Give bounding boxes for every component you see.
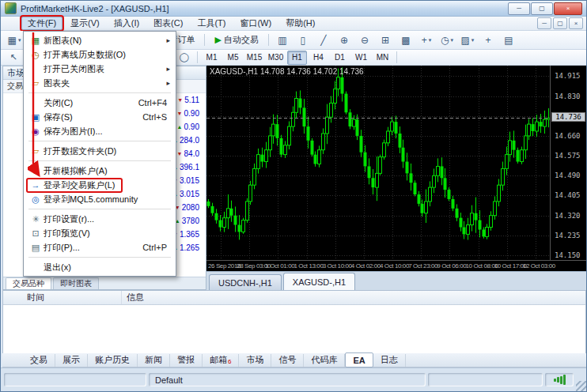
status-profile[interactable]: Default xyxy=(149,373,426,386)
current-price-badge: 14.736 xyxy=(551,112,585,122)
menu-tools[interactable]: 工具(T) xyxy=(191,17,232,30)
shapes-icon: ◯ xyxy=(180,52,189,62)
cursor-button[interactable]: ↖ xyxy=(5,50,22,65)
price-chart-canvas[interactable] xyxy=(206,66,550,260)
tile-windows-icon: ⊞ xyxy=(381,35,389,46)
file-menu: ▦新图表(N)▸◷打开离线历史数据(O)打开已关闭图表▸▱图表夹▸关闭(C)Ct… xyxy=(23,31,176,277)
new-chart-button[interactable]: ▦▾ xyxy=(5,32,24,49)
resize-grip[interactable] xyxy=(576,381,586,391)
file-menu-item-16[interactable]: ⊡打印预览(V) xyxy=(25,226,174,240)
file-menu-item-2[interactable]: 打开已关闭图表▸ xyxy=(25,62,174,76)
close-button[interactable]: × xyxy=(554,2,582,15)
chart-tab-0[interactable]: USDCNH-,H1 xyxy=(209,274,282,290)
file-menu-item-3[interactable]: ▱图表夹▸ xyxy=(25,76,174,90)
crosshair-button[interactable]: + xyxy=(479,32,498,49)
terminal-tab-EA[interactable]: EA xyxy=(345,352,373,368)
time-axis-label: 1 Oct 13:00 xyxy=(294,262,324,270)
zoom-in-button[interactable]: ⊕ xyxy=(335,32,354,49)
terminal-tab-信号[interactable]: 信号 xyxy=(271,354,304,367)
file-menu-item-7[interactable]: ◉保存为图片(I)... xyxy=(25,124,174,138)
file-menu-item-13[interactable]: ◎登录到MQL5.community xyxy=(25,192,174,206)
timeframe-h4[interactable]: H4 xyxy=(309,51,328,65)
menu-view[interactable]: 显示(V) xyxy=(64,17,106,30)
terminal-tab-label: 信号 xyxy=(278,354,296,366)
file-menu-item-19[interactable]: 退出(x) xyxy=(25,260,174,274)
print-preview-icon: ⊡ xyxy=(28,228,44,239)
terminal-tab-邮箱[interactable]: 邮箱6 xyxy=(203,354,239,367)
menu-item-content: ◷打开离线历史数据(O) xyxy=(28,49,126,61)
timeframe-w1[interactable]: W1 xyxy=(351,51,371,65)
terminal-tab-警报[interactable]: 警报 xyxy=(170,354,203,367)
menu-item-content: →登录到交易账户(L) xyxy=(26,178,123,193)
minimize-button[interactable]: ─ xyxy=(508,2,530,15)
file-menu-item-12[interactable]: →登录到交易账户(L) xyxy=(25,178,174,192)
menu-charts[interactable]: 图表(C) xyxy=(147,17,189,30)
timeframe-m1[interactable]: M1 xyxy=(202,51,222,65)
terminal-tab-日志[interactable]: 日志 xyxy=(373,354,406,367)
menu-file[interactable]: 文件(F) xyxy=(21,17,62,30)
timeframe-m5[interactable]: M5 xyxy=(223,51,243,65)
timeframe-mn[interactable]: MN xyxy=(373,51,392,65)
child-minimize-button[interactable]: ─ xyxy=(537,17,551,29)
terminal-tab-label: 账户历史 xyxy=(95,354,130,366)
file-menu-item-11[interactable]: ☻开新模拟帐户(A) xyxy=(25,164,174,178)
file-menu-item-0[interactable]: ▦新图表(N)▸ xyxy=(25,33,174,47)
price-scale[interactable]: 14.91514.83014.74514.66014.57514.49014.4… xyxy=(550,66,586,260)
application-window: ProfitMarketHK-Live2 - [XAGUSD-,H1] ─ ▢ … xyxy=(0,0,587,392)
zoom-out-button[interactable]: ⊖ xyxy=(355,32,374,49)
menu-insert[interactable]: 插入(I) xyxy=(108,17,146,30)
file-menu-item-6[interactable]: ▣保存(S)Ctrl+S xyxy=(25,110,174,124)
timeframe-d1[interactable]: D1 xyxy=(330,51,350,65)
market-watch-tab-0[interactable]: 交易品种 xyxy=(6,277,51,289)
menu-help[interactable]: 帮助(H) xyxy=(279,17,321,30)
cascade-windows-button[interactable]: ▩ xyxy=(396,32,415,49)
candlestick-button[interactable]: ▯ xyxy=(294,32,312,49)
file-menu-item-15[interactable]: ✳打印设置(r)... xyxy=(25,212,174,226)
file-menu-item-9[interactable]: ▱打开数据文件夹(D) xyxy=(25,144,174,158)
market-watch-tab-1[interactable]: 即时图表 xyxy=(53,277,99,289)
terminal-tab-展示[interactable]: 展示 xyxy=(55,354,88,367)
terminal-tab-账户历史[interactable]: 账户历史 xyxy=(88,354,138,367)
bar-chart-button[interactable]: ▥ xyxy=(273,32,292,49)
terminal-tab-代码库[interactable]: 代码库 xyxy=(304,354,345,367)
menu-item-label: 登录到交易账户(L) xyxy=(44,179,115,191)
profiles-icon: ▱ xyxy=(28,78,44,89)
periods-button[interactable]: ◷▾ xyxy=(437,32,456,49)
file-menu-item-17[interactable]: ▤打印(P)...Ctrl+P xyxy=(25,240,174,254)
demo-account-icon: ☻ xyxy=(28,166,44,175)
line-chart-button[interactable]: ╱ xyxy=(314,32,333,49)
chart-tab-1[interactable]: XAGUSD-,H1 xyxy=(283,273,355,290)
ask-price: 396.1 xyxy=(180,163,199,172)
terminal-tab-市场[interactable]: 市场 xyxy=(239,354,271,367)
templates-button[interactable]: ▨▾ xyxy=(458,32,477,49)
offline-history-icon: ◷ xyxy=(28,50,44,60)
child-close-button[interactable]: × xyxy=(569,17,583,29)
indicators-button[interactable]: +▾ xyxy=(417,32,436,49)
print-button[interactable]: ▤ xyxy=(499,32,518,49)
menu-item-label: 图表夹 xyxy=(44,77,70,89)
title-bar: ProfitMarketHK-Live2 - [XAGUSD-,H1] ─ ▢ … xyxy=(1,1,586,17)
maximize-button[interactable]: ▢ xyxy=(531,2,553,15)
child-restore-button[interactable]: ▢ xyxy=(553,17,567,29)
window-title: ProfitMarketHK-Live2 - [XAGUSD-,H1] xyxy=(21,4,508,13)
shapes-button[interactable]: ◯ xyxy=(176,50,193,65)
time-axis[interactable]: 26 Sep 201828 Sep 03:001 Oct 01:001 Oct … xyxy=(206,260,586,271)
terminal-tab-新闻[interactable]: 新闻 xyxy=(138,354,170,367)
terminal-column-time[interactable]: 时间 xyxy=(3,291,122,304)
file-menu-item-5[interactable]: 关闭(C)Ctrl+F4 xyxy=(25,96,174,110)
toolbar-separator xyxy=(204,34,205,46)
terminal-column-message[interactable]: 信息 xyxy=(122,291,585,304)
dropdown-caret-icon: ▾ xyxy=(429,37,432,43)
tile-windows-button[interactable]: ⊞ xyxy=(376,32,395,49)
terminal-tab-label: 邮箱 xyxy=(210,354,227,366)
timeframe-m30[interactable]: M30 xyxy=(266,51,286,65)
auto-trading-button[interactable]: ▶自动交易 xyxy=(209,32,263,49)
dropdown-caret-icon: ▾ xyxy=(450,37,453,43)
timeframe-h1[interactable]: H1 xyxy=(287,51,307,65)
terminal-tab-交易[interactable]: 交易 xyxy=(23,354,55,367)
timeframe-m15[interactable]: M15 xyxy=(244,51,264,65)
menu-separator xyxy=(28,92,171,93)
menu-window[interactable]: 窗口(W) xyxy=(233,17,278,30)
time-axis-label: 4 Oct 02:00 xyxy=(351,262,381,270)
file-menu-item-1[interactable]: ◷打开离线历史数据(O) xyxy=(25,47,174,62)
